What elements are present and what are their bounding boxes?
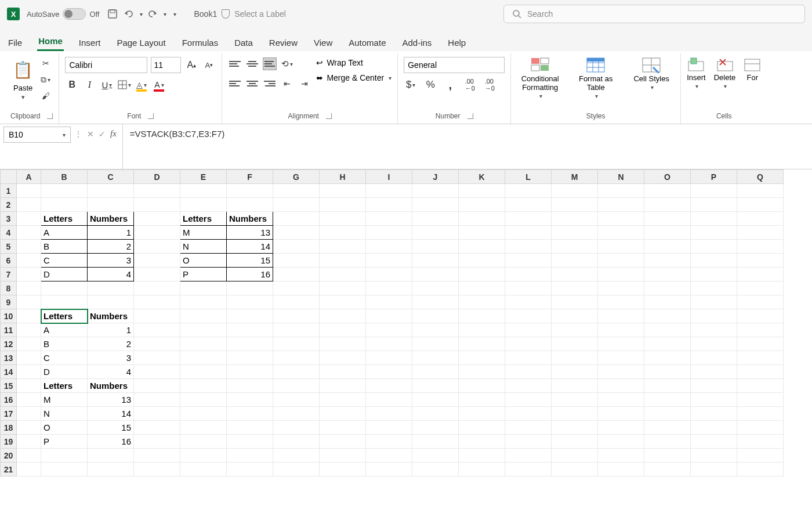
cell[interactable] [273,198,320,212]
cell[interactable] [320,226,366,240]
cell[interactable] [598,463,644,476]
cell[interactable] [227,309,273,323]
cell[interactable] [412,212,459,226]
cell[interactable] [737,337,784,351]
cell[interactable] [459,281,505,295]
cell[interactable] [227,198,273,212]
tab-formulas[interactable]: Formulas [181,34,220,51]
cell[interactable] [459,337,505,351]
cell[interactable] [737,365,784,379]
cell[interactable] [598,268,644,281]
cell[interactable] [644,323,691,337]
cell[interactable] [227,435,273,449]
cell[interactable]: O [180,254,227,268]
cell[interactable] [227,407,273,421]
cell[interactable] [737,295,784,309]
cell[interactable] [691,309,737,323]
cell[interactable] [644,295,691,309]
cell[interactable]: Numbers [227,212,273,226]
cell[interactable] [320,337,366,351]
cell[interactable] [598,421,644,435]
cell[interactable] [691,184,737,198]
column-header[interactable]: N [598,170,644,184]
cell[interactable] [320,435,366,449]
cell[interactable] [17,421,41,435]
search-box[interactable]: Search [503,5,805,23]
cell[interactable] [459,268,505,281]
name-box[interactable]: B10 ▾ [3,127,71,143]
tab-automate[interactable]: Automate [347,34,387,51]
cell[interactable] [17,393,41,407]
cell[interactable] [552,365,598,379]
cell[interactable]: M [41,393,88,407]
cell[interactable] [691,212,737,226]
cell[interactable] [134,323,180,337]
cell[interactable] [737,268,784,281]
cell[interactable] [737,309,784,323]
cell[interactable] [366,212,412,226]
cell[interactable] [180,421,227,435]
undo-icon[interactable] [122,8,135,20]
cell[interactable] [273,337,320,351]
cell[interactable] [459,393,505,407]
cell[interactable]: Numbers [88,212,134,226]
cell[interactable] [552,337,598,351]
redo-caret-icon[interactable]: ▾ [164,11,166,17]
cell[interactable]: B [41,337,88,351]
cell[interactable] [412,379,459,393]
fx-icon[interactable]: fx [110,129,117,139]
cell[interactable] [134,421,180,435]
cell[interactable] [644,198,691,212]
cell[interactable] [644,226,691,240]
cell[interactable] [505,309,552,323]
cell[interactable] [505,463,552,476]
cell[interactable] [134,198,180,212]
conditional-formatting-button[interactable]: Conditional Formatting▾ [517,57,563,99]
cell[interactable] [737,323,784,337]
cell[interactable] [41,463,88,476]
cell[interactable]: P [180,268,227,281]
cell[interactable] [644,449,691,463]
row-header[interactable]: 16 [1,393,17,407]
tab-help[interactable]: Help [447,34,467,51]
cell[interactable] [505,295,552,309]
cell[interactable] [505,212,552,226]
cell[interactable]: P [41,435,88,449]
cell[interactable] [273,226,320,240]
cell[interactable]: Numbers [88,309,134,323]
cell[interactable] [180,309,227,323]
cell[interactable] [180,198,227,212]
cell[interactable] [227,281,273,295]
bold-button[interactable]: B [65,78,79,92]
cell[interactable] [412,449,459,463]
cell[interactable] [737,393,784,407]
cell[interactable] [459,212,505,226]
cell[interactable] [691,226,737,240]
decrease-font-icon[interactable]: A▾ [202,58,216,72]
row-header[interactable]: 9 [1,295,17,309]
cell[interactable]: 15 [88,421,134,435]
cell[interactable] [459,407,505,421]
cell[interactable] [412,295,459,309]
cell[interactable] [366,449,412,463]
cell[interactable] [17,309,41,323]
cell[interactable] [320,240,366,254]
cell[interactable] [737,198,784,212]
cell[interactable] [134,295,180,309]
cell[interactable] [737,240,784,254]
cell[interactable] [17,240,41,254]
cell[interactable] [366,309,412,323]
cell[interactable] [552,295,598,309]
cell[interactable] [320,449,366,463]
tab-home[interactable]: Home [37,33,64,51]
cell[interactable]: 14 [227,240,273,254]
row-header[interactable]: 20 [1,449,17,463]
cell[interactable] [273,435,320,449]
cell[interactable] [737,449,784,463]
cell[interactable] [644,435,691,449]
cell[interactable] [552,421,598,435]
tab-data[interactable]: Data [233,34,254,51]
cell[interactable] [552,407,598,421]
cell[interactable] [134,463,180,476]
cell[interactable] [17,449,41,463]
